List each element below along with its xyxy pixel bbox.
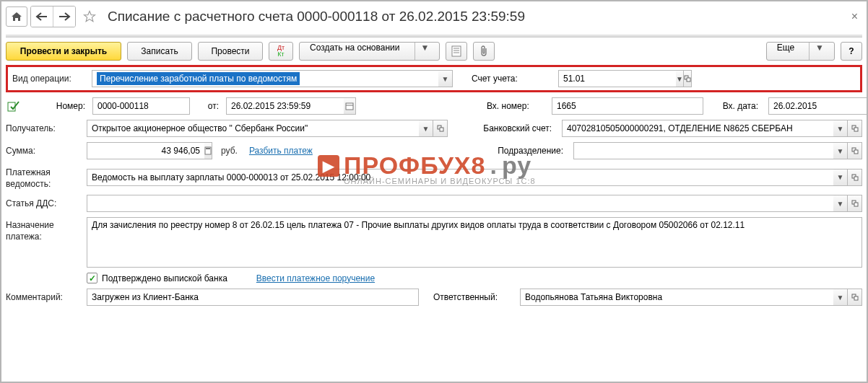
attach-button[interactable] bbox=[473, 42, 495, 61]
check-icon: ✓ bbox=[87, 273, 97, 283]
dtkt-button[interactable]: ДтКт bbox=[269, 42, 293, 61]
sheet-dropdown-button[interactable]: ▼ bbox=[833, 169, 848, 186]
more-button[interactable]: Еще ▼ bbox=[766, 42, 835, 61]
post-button[interactable]: Провести bbox=[198, 42, 263, 61]
dds-dropdown-button[interactable]: ▼ bbox=[833, 195, 848, 212]
dds-label: Статья ДДС: bbox=[6, 198, 79, 208]
enter-payment-order-link[interactable]: Ввести платежное поручение bbox=[256, 273, 375, 283]
help-button[interactable]: ? bbox=[841, 42, 862, 61]
responsible-open-button[interactable] bbox=[848, 289, 862, 306]
comment-label: Комментарий: bbox=[6, 292, 79, 302]
dept-dropdown-button[interactable]: ▼ bbox=[833, 142, 848, 159]
create-based-label: Создать на основании bbox=[310, 43, 400, 60]
in-date-field[interactable] bbox=[768, 97, 868, 115]
create-based-on-button[interactable]: Создать на основании ▼ bbox=[299, 42, 440, 61]
account-field[interactable] bbox=[558, 70, 676, 87]
account-dropdown-button[interactable]: ▼ bbox=[676, 70, 684, 87]
confirmed-checkbox[interactable]: ✓ Подтверждено выпиской банка bbox=[87, 273, 227, 283]
report-button[interactable] bbox=[446, 42, 467, 61]
more-label: Еще bbox=[777, 43, 794, 60]
date-field[interactable] bbox=[226, 97, 344, 115]
sheet-open-button[interactable] bbox=[848, 169, 862, 186]
in-no-label: Вх. номер: bbox=[487, 101, 544, 111]
svg-rect-16 bbox=[206, 148, 210, 149]
dept-field[interactable] bbox=[573, 142, 833, 159]
confirmed-label: Подтверждено выпиской банка bbox=[102, 273, 227, 283]
page-title: Списание с расчетного счета 0000-000118 … bbox=[108, 9, 525, 25]
comment-field[interactable] bbox=[87, 289, 419, 306]
forward-button[interactable] bbox=[53, 6, 75, 27]
operation-type-field[interactable]: Перечисление заработной платы по ведомос… bbox=[92, 70, 438, 87]
operation-type-label: Вид операции: bbox=[12, 74, 84, 84]
svg-rect-20 bbox=[854, 177, 858, 180]
recipient-field[interactable] bbox=[87, 120, 419, 137]
separator bbox=[6, 35, 862, 38]
svg-rect-22 bbox=[854, 203, 858, 206]
sum-field[interactable] bbox=[87, 142, 204, 159]
sheet-label: Платежная ведомость: bbox=[6, 164, 79, 190]
svg-rect-18 bbox=[854, 150, 858, 154]
favorite-star-icon[interactable] bbox=[79, 6, 100, 27]
bank-acct-field[interactable] bbox=[562, 120, 833, 137]
dds-open-button[interactable] bbox=[848, 195, 862, 212]
account-label: Счет учета: bbox=[472, 74, 551, 84]
bank-acct-label: Банковский счет: bbox=[466, 123, 555, 133]
chevron-down-icon: ▼ bbox=[809, 43, 824, 60]
document-state-icon bbox=[6, 100, 22, 113]
responsible-label: Ответственный: bbox=[433, 292, 513, 302]
sheet-field[interactable] bbox=[87, 169, 833, 186]
post-and-close-button[interactable]: Провести и закрыть bbox=[6, 42, 121, 61]
operation-type-selected-text: Перечисление заработной платы по ведомос… bbox=[97, 72, 300, 85]
sum-label: Сумма: bbox=[6, 146, 79, 156]
split-payment-link[interactable]: Разбить платеж bbox=[249, 146, 313, 156]
bank-acct-dropdown-button[interactable]: ▼ bbox=[833, 120, 848, 137]
back-button[interactable] bbox=[31, 6, 53, 27]
sum-calc-button[interactable] bbox=[204, 142, 212, 159]
dds-field[interactable] bbox=[87, 195, 833, 212]
svg-rect-7 bbox=[346, 103, 353, 110]
recipient-dropdown-button[interactable]: ▼ bbox=[419, 120, 433, 137]
account-open-button[interactable] bbox=[684, 70, 692, 87]
home-button[interactable] bbox=[6, 6, 27, 27]
currency-label: руб. bbox=[221, 146, 238, 156]
close-button[interactable]: × bbox=[847, 10, 862, 23]
bank-acct-open-button[interactable] bbox=[848, 120, 862, 137]
number-label: Номер: bbox=[29, 101, 85, 111]
recipient-label: Получатель: bbox=[6, 123, 79, 133]
purpose-field[interactable] bbox=[87, 217, 862, 268]
operation-type-dropdown-button[interactable]: ▼ bbox=[438, 70, 453, 87]
recipient-open-button[interactable] bbox=[433, 120, 448, 137]
date-picker-button[interactable] bbox=[344, 97, 356, 115]
svg-rect-24 bbox=[854, 296, 858, 300]
svg-rect-14 bbox=[854, 128, 858, 131]
in-date-label: Вх. дата: bbox=[711, 101, 761, 111]
in-no-field[interactable] bbox=[552, 97, 703, 115]
responsible-field[interactable] bbox=[520, 289, 833, 306]
purpose-label: Назначение платежа: bbox=[6, 217, 79, 242]
save-button[interactable]: Записать bbox=[127, 42, 192, 61]
dept-open-button[interactable] bbox=[848, 142, 862, 159]
svg-rect-12 bbox=[440, 128, 443, 131]
from-label: от: bbox=[197, 101, 219, 111]
svg-rect-5 bbox=[687, 78, 690, 82]
responsible-dropdown-button[interactable]: ▼ bbox=[833, 289, 848, 306]
chevron-down-icon: ▼ bbox=[415, 43, 430, 60]
svg-rect-0 bbox=[452, 46, 461, 56]
number-field[interactable] bbox=[92, 97, 190, 115]
dept-label: Подразделение: bbox=[478, 146, 566, 156]
